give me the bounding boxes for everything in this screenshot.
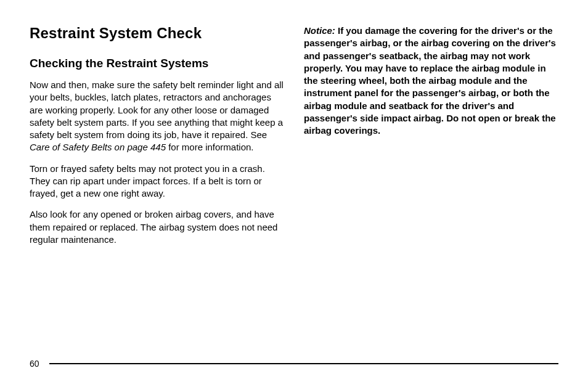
left-column: Restraint System Check Checking the Rest… bbox=[30, 25, 284, 255]
page-number: 60 bbox=[30, 359, 39, 369]
paragraph-intro: Now and then, make sure the safety belt … bbox=[30, 79, 284, 154]
reference-care-of-safety-belts: Care of Safety Belts on page 445 bbox=[30, 142, 166, 152]
right-column: Notice: If you damage the covering for t… bbox=[304, 25, 558, 255]
notice-paragraph: Notice: If you damage the covering for t… bbox=[304, 25, 558, 137]
page-content: Restraint System Check Checking the Rest… bbox=[30, 25, 558, 255]
paragraph-torn-belts: Torn or frayed safety belts may not prot… bbox=[30, 163, 284, 200]
paragraph-airbag-covers: Also look for any opened or broken airba… bbox=[30, 208, 284, 246]
paragraph-intro-text-2: for more information. bbox=[166, 142, 254, 152]
notice-label: Notice: bbox=[304, 25, 335, 36]
footer-divider bbox=[49, 363, 558, 364]
heading-checking-restraint-systems: Checking the Restraint Systems bbox=[30, 57, 284, 70]
notice-text: If you damage the covering for the drive… bbox=[304, 25, 556, 136]
page-footer: 60 bbox=[30, 359, 558, 369]
heading-restraint-system-check: Restraint System Check bbox=[30, 25, 284, 42]
paragraph-intro-text-1: Now and then, make sure the safety belt … bbox=[30, 80, 284, 140]
